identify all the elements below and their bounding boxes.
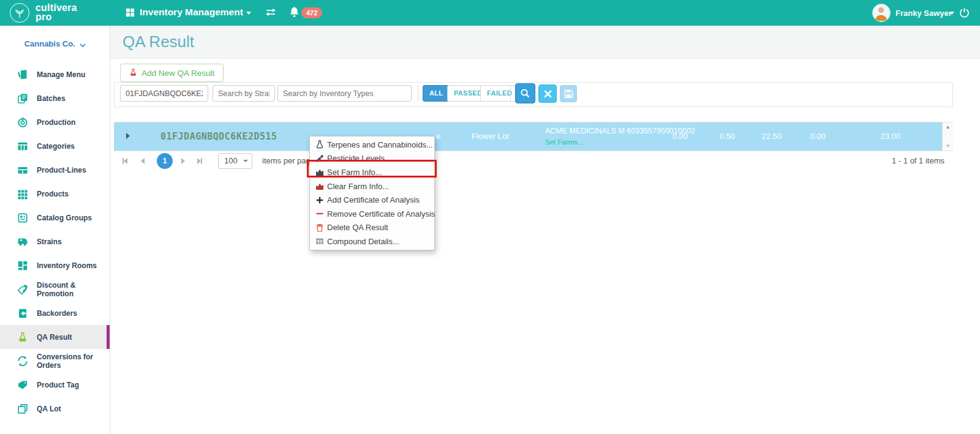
toolbar-separator xyxy=(418,85,418,102)
sidebar-item-backorders[interactable]: Backorders xyxy=(0,301,110,325)
table-row[interactable]: 01FJDAGNBQDC6KE2D515 e Flower Lot ACME M… xyxy=(114,122,942,151)
page-title: QA Result xyxy=(123,32,194,51)
sidebar-item-label: Products xyxy=(37,190,69,198)
sidebar-item-label: Product Tag xyxy=(37,381,79,389)
qa-lot-search-input[interactable] xyxy=(120,85,208,102)
table-header-row xyxy=(114,107,953,122)
sidebar-item-conversions-for-orders[interactable]: Conversions for Orders xyxy=(0,349,110,373)
sidebar-item-label: Discount & Promotion xyxy=(37,281,110,298)
farm-chart-icon xyxy=(315,168,324,176)
menu-item-delete-qa-result[interactable]: Delete QA Result xyxy=(310,221,434,235)
sidebar-item-label: Manage Menu xyxy=(37,70,85,79)
sidebar-item-production[interactable]: Production xyxy=(0,110,110,134)
next-page-button[interactable] xyxy=(181,158,185,164)
sidebar-item-product-tag[interactable]: Product Tag xyxy=(0,373,110,397)
set-farms-link[interactable]: Set Farms... xyxy=(545,138,584,146)
batches-icon xyxy=(17,93,28,104)
discount-tags-icon xyxy=(17,284,28,295)
plus-icon xyxy=(315,196,324,204)
user-menu-caret-icon[interactable] xyxy=(949,12,954,15)
product-lines-icon xyxy=(17,165,28,176)
sidebar-item-discount-promotion[interactable]: Discount & Promotion xyxy=(0,277,110,301)
sidebar-item-label: Backorders xyxy=(37,309,77,318)
sidebar-item-inventory-rooms[interactable]: Inventory Rooms xyxy=(0,253,110,277)
filter-failed-button[interactable]: FAILED xyxy=(480,85,519,102)
sidebar-item-product-lines[interactable]: Product-Lines xyxy=(0,158,110,182)
clear-search-button[interactable] xyxy=(538,84,557,103)
recycle-icon xyxy=(17,356,28,367)
scroll-down-icon[interactable]: ▼ xyxy=(943,143,953,149)
notifications-bell-icon[interactable] xyxy=(289,6,300,20)
cell-cbda: 0.00 xyxy=(810,132,826,141)
minus-icon xyxy=(315,209,324,218)
add-button-label: Add New QA Result xyxy=(141,69,214,78)
production-icon xyxy=(17,117,28,128)
items-per-page-label: items per page xyxy=(262,156,315,165)
previous-page-button[interactable] xyxy=(141,158,145,164)
cell-inventory-type: Flower Lot xyxy=(472,132,509,141)
pager-range-label: 1 - 1 of 1 items xyxy=(892,156,944,165)
grid-vertical-scrollbar[interactable]: ▲ ▼ xyxy=(942,122,953,151)
filter-all-button[interactable]: ALL xyxy=(423,85,450,102)
sidebar-item-label: Batches xyxy=(37,94,66,103)
menu-item-label: Add Certificate of Analysis xyxy=(327,195,420,204)
modules-grid-icon xyxy=(126,8,135,20)
add-new-qa-result-button[interactable]: Add New QA Result xyxy=(120,64,224,82)
first-page-button[interactable] xyxy=(123,158,127,164)
brand-wordmark: cultívera pro xyxy=(36,3,77,21)
close-icon xyxy=(544,90,552,98)
brand-line1: cultívera xyxy=(36,3,77,12)
menu-item-label: Set Farm Info... xyxy=(327,168,382,177)
org-caret-icon xyxy=(80,43,86,48)
sidebar-item-qa-lot[interactable]: QA Lot xyxy=(0,397,110,421)
menu-item-remove-certificate[interactable]: Remove Certificate of Analysis xyxy=(310,207,434,221)
strain-search-input[interactable] xyxy=(213,85,275,102)
org-selector[interactable]: Cannabis Co. xyxy=(0,39,110,48)
sidebar-item-label: QA Result xyxy=(37,333,72,342)
menu-item-set-farm-info[interactable]: Set Farm Info... xyxy=(310,165,434,179)
menu-item-add-certificate[interactable]: Add Certificate of Analysis xyxy=(310,193,434,207)
sidebar-item-manage-menu[interactable]: Manage Menu xyxy=(0,62,110,86)
swap-arrows-icon[interactable] xyxy=(265,7,277,20)
flask-icon xyxy=(315,140,324,149)
products-icon xyxy=(17,189,28,200)
toolbar-separator xyxy=(510,85,511,102)
sidebar-item-label: Conversions for Orders xyxy=(37,353,110,370)
menu-item-label: Delete QA Result xyxy=(327,223,388,232)
search-button[interactable] xyxy=(515,83,535,103)
menu-item-clear-farm-info[interactable]: Clear Farm Info... xyxy=(310,179,434,193)
inventory-type-search-input[interactable] xyxy=(277,85,412,102)
qa-flask-icon xyxy=(17,332,28,343)
notification-count-badge[interactable]: 472 xyxy=(301,7,322,18)
sidebar-item-qa-result[interactable]: QA Result xyxy=(0,325,110,349)
flask-red-icon xyxy=(129,69,137,77)
inventory-rooms-icon xyxy=(17,260,28,271)
product-tag-icon xyxy=(17,380,28,391)
catalog-groups-icon xyxy=(17,212,28,223)
user-name[interactable]: Franky Sawyer xyxy=(895,9,952,18)
sidebar-item-categories[interactable]: Categories xyxy=(0,134,110,158)
module-switcher[interactable]: Inventory Management xyxy=(140,7,243,18)
menu-item-label: Clear Farm Info... xyxy=(327,182,389,191)
sidebar-item-catalog-groups[interactable]: Catalog Groups xyxy=(0,206,110,230)
eyedropper-icon xyxy=(315,154,324,163)
sidebar-item-label: Inventory Rooms xyxy=(37,261,97,270)
sidebar-item-products[interactable]: Products xyxy=(0,182,110,206)
scroll-up-icon[interactable]: ▲ xyxy=(943,124,953,130)
dropdown-caret-icon xyxy=(243,160,248,162)
save-button[interactable] xyxy=(560,85,577,102)
last-page-button[interactable] xyxy=(197,158,202,164)
page-size-dropdown[interactable]: 100 xyxy=(218,153,252,169)
sidebar-item-batches[interactable]: Batches xyxy=(0,86,110,110)
menu-item-terpenes-and-cannabinoids[interactable]: Terpenes and Cannabinoids... xyxy=(310,138,434,152)
current-page-button[interactable]: 1 xyxy=(157,153,173,169)
row-expander-icon[interactable] xyxy=(126,133,130,139)
menu-item-pesticide-levels[interactable]: Pesticide Levels... xyxy=(310,152,434,166)
menu-item-compound-details[interactable]: Compound Details... xyxy=(310,234,434,249)
trash-icon xyxy=(315,223,324,232)
logout-power-icon[interactable] xyxy=(959,7,970,20)
module-switcher-caret-icon[interactable] xyxy=(246,12,251,15)
sidebar-item-label: Strains xyxy=(37,238,62,246)
user-avatar[interactable] xyxy=(872,4,891,22)
sidebar-item-strains[interactable]: Strains xyxy=(0,230,110,253)
